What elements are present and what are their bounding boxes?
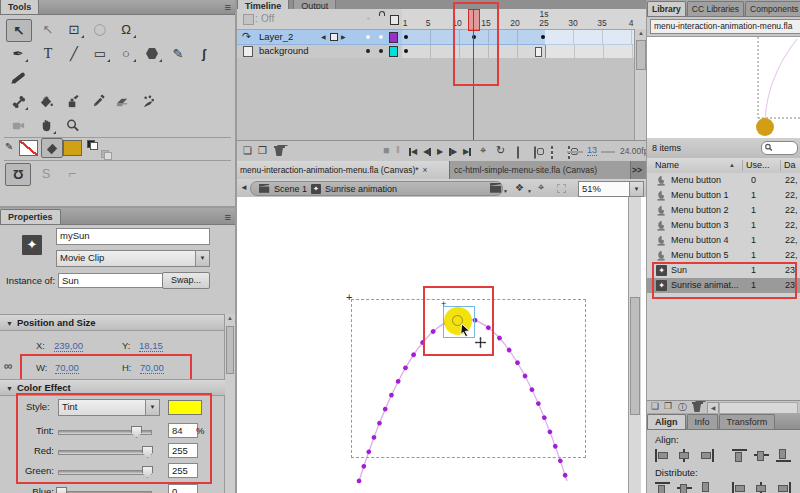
column-divider[interactable]: [780, 160, 781, 171]
distribute-bottom-button[interactable]: [699, 482, 714, 493]
tab-overflow-button[interactable]: >>: [631, 161, 646, 179]
step-back-button[interactable]: ◀: [423, 147, 431, 156]
document-tab-inactive[interactable]: cc-html-simple-menu-site.fla (Canvas): [450, 161, 631, 179]
layer-outline-color[interactable]: [389, 46, 398, 57]
library-item-row[interactable]: Menu button 5122,: [647, 248, 800, 263]
layer-row-layer2[interactable]: ↷ Layer_2 ◀ ▶: [237, 30, 402, 45]
paint-bucket-tool[interactable]: [34, 91, 58, 112]
tint-value[interactable]: 84: [168, 423, 198, 438]
instance-name-input[interactable]: mySun: [56, 228, 210, 245]
green-slider[interactable]: [58, 470, 152, 475]
red-slider[interactable]: [58, 450, 152, 455]
straighten-option[interactable]: ⌐: [60, 163, 84, 184]
tab-library[interactable]: Library: [647, 1, 686, 16]
outline-all-layers-icon[interactable]: [390, 15, 399, 25]
close-tab-icon[interactable]: ×: [423, 161, 428, 179]
stage-scrollbar-thumb[interactable]: [630, 297, 640, 415]
3d-rotation-tool[interactable]: ◯: [88, 19, 112, 40]
timeline-scrollbar-thumb[interactable]: [636, 40, 646, 70]
blue-slider-thumb[interactable]: [56, 487, 67, 493]
breadcrumb-scene[interactable]: Scene 1: [274, 184, 307, 194]
list-scroll-left-icon[interactable]: ◀: [707, 402, 719, 413]
tint-color-swatch[interactable]: [168, 400, 202, 415]
lasso-tool[interactable]: Ω: [114, 19, 138, 40]
red-slider-thumb[interactable]: [142, 446, 153, 458]
align-top-button[interactable]: [732, 449, 747, 462]
onion-skin-icon[interactable]: [517, 146, 519, 159]
layer-lock-dot[interactable]: [379, 35, 383, 39]
prev-keyframe-icon[interactable]: ◀: [321, 33, 326, 40]
tab-timeline[interactable]: Timeline: [237, 0, 289, 9]
properties-scrollbar-thumb[interactable]: [226, 326, 234, 374]
align-horizontal-center-button[interactable]: [677, 449, 692, 462]
panel-menu-icon[interactable]: ≡: [225, 0, 231, 14]
edit-multiple-frames-icon[interactable]: [551, 146, 553, 159]
properties-panel-menu-icon[interactable]: ≡: [225, 210, 231, 224]
paintbrush-tool[interactable]: ʃ: [192, 43, 216, 64]
column-use-count[interactable]: Use...: [746, 158, 770, 173]
fill-color-swatch[interactable]: [63, 140, 82, 156]
distribute-horizontal-center-button[interactable]: [754, 482, 769, 493]
playhead-marker[interactable]: [468, 9, 480, 31]
document-tab-active[interactable]: menu-interaction-animation-menu.fla (Can…: [237, 161, 450, 179]
deco-tool[interactable]: [136, 91, 160, 112]
stroke-color-swatch[interactable]: [19, 140, 38, 156]
text-tool[interactable]: T: [36, 43, 60, 64]
w-value[interactable]: 70,00: [55, 362, 79, 374]
align-left-button[interactable]: [655, 449, 670, 462]
new-folder-icon[interactable]: ❐: [664, 401, 672, 411]
polystar-tool[interactable]: [140, 43, 164, 64]
distribute-top-button[interactable]: [655, 482, 670, 493]
sort-ascending-icon[interactable]: ▲: [729, 158, 735, 173]
go-to-first-frame-button[interactable]: ◀: [409, 147, 417, 156]
layer-visibility-dot[interactable]: [366, 35, 370, 39]
library-item-row-sunrise-selected[interactable]: ✦ Sunrise animat...123,: [647, 278, 800, 293]
fill-color-bucket[interactable]: [41, 138, 63, 158]
section-color-effect[interactable]: ▼Color Effect: [0, 379, 225, 396]
keyframe-1[interactable]: [404, 49, 408, 53]
layer-row-background[interactable]: background: [237, 45, 402, 59]
section-position-size[interactable]: ▼Position and Size: [0, 314, 225, 331]
center-frame-icon[interactable]: ⌖: [480, 144, 486, 157]
library-item-row[interactable]: Menu button 1122,: [647, 188, 800, 203]
layer2-empty-frames[interactable]: [545, 30, 634, 45]
symbol-properties-icon[interactable]: ⓘ: [678, 401, 687, 413]
distribute-right-button[interactable]: [776, 482, 791, 493]
list-horizontal-scrollbar[interactable]: [719, 402, 798, 413]
go-to-last-frame-button[interactable]: ▶: [463, 147, 471, 156]
tab-tools[interactable]: Tools: [0, 0, 39, 14]
green-value[interactable]: 255: [168, 463, 198, 478]
brush-tool[interactable]: [6, 67, 30, 88]
camera-tool[interactable]: [6, 115, 30, 136]
column-name[interactable]: Name: [655, 158, 679, 173]
edit-scene-dropdown-icon[interactable]: ▼: [503, 188, 508, 194]
zoom-tool[interactable]: [60, 115, 84, 136]
distribute-left-button[interactable]: [732, 482, 747, 493]
tab-output[interactable]: Output: [293, 0, 336, 9]
back-icon[interactable]: ◄: [240, 183, 248, 192]
play-button[interactable]: ▶: [437, 147, 443, 156]
loop-icon[interactable]: ↻: [496, 144, 505, 157]
subselection-tool[interactable]: ↖: [36, 19, 60, 40]
align-right-button[interactable]: [699, 449, 714, 462]
layer-visibility-dot[interactable]: [366, 49, 370, 53]
green-slider-thumb[interactable]: [142, 466, 153, 478]
background-frame-span[interactable]: [402, 45, 546, 59]
library-item-row[interactable]: Menu button 2122,: [647, 203, 800, 218]
keyframe-1[interactable]: [404, 35, 408, 39]
pen-tool[interactable]: ✒: [6, 43, 30, 64]
layer-name[interactable]: Layer_2: [259, 31, 293, 42]
style-select[interactable]: Tint ▼: [58, 399, 160, 416]
stage[interactable]: + +: [237, 197, 646, 493]
h-value[interactable]: 70,00: [140, 362, 164, 374]
free-transform-tool[interactable]: ⊡: [62, 19, 86, 40]
line-tool[interactable]: ╱: [62, 43, 86, 64]
oval-tool[interactable]: ○: [114, 43, 138, 64]
current-keyframe-icon[interactable]: [330, 33, 338, 41]
layer-lock-dot[interactable]: [379, 49, 383, 53]
column-divider[interactable]: [742, 160, 743, 171]
red-value[interactable]: 255: [168, 443, 198, 458]
library-item-row[interactable]: Menu button022,: [647, 173, 800, 188]
layer-outline-color[interactable]: [389, 32, 398, 43]
distribute-vertical-center-button[interactable]: [677, 482, 692, 493]
